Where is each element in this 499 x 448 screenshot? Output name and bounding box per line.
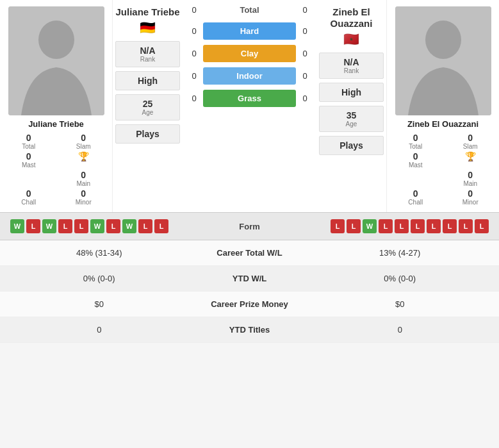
right-age-box: 35 Age: [319, 106, 384, 132]
left-form-badge-l: L: [74, 219, 88, 233]
right-flag: 🇲🇦: [319, 31, 384, 47]
right-name-flag: Zineb El Ouazzani 🇲🇦: [319, 6, 384, 47]
stats-center-label-0: Career Total W/L: [186, 248, 314, 258]
left-player-stats: 0 Total 0 Slam 0 Mast 🏆 0: [5, 133, 107, 206]
left-form-badge-w: W: [122, 219, 136, 233]
hard-left-score: 0: [185, 26, 203, 36]
right-form-badge-l: L: [411, 219, 425, 233]
center-courts-column: 0 Total 0 0 Hard 0 0 Clay 0 0 Indoor 0: [183, 0, 316, 212]
form-section: WLWLLWLWLL Form LLWLLLLLLL: [0, 212, 499, 240]
right-form-badge-l: L: [427, 219, 441, 233]
stats-row-2: $0Career Prize Money$0: [0, 292, 499, 317]
mid-right-stats: Zineb El Ouazzani 🇲🇦 N/A Rank High 35 Ag…: [316, 0, 387, 212]
left-stat-main-empty: [5, 170, 53, 187]
left-name-header: Juliane Triebe: [115, 6, 179, 18]
right-form-badge-w: W: [363, 219, 377, 233]
indoor-left-score: 0: [185, 71, 203, 81]
stats-center-label-2: Career Prize Money: [186, 299, 314, 309]
stats-left-val-1: 0% (0-0): [13, 274, 186, 283]
right-form-badge-l: L: [331, 219, 345, 233]
grass-row: 0 Grass 0: [185, 90, 314, 107]
clay-right-score: 0: [296, 49, 314, 58]
clay-left-score: 0: [185, 49, 203, 58]
right-trophy-icon-cell: 🏆: [447, 151, 495, 169]
left-player-photo: [8, 6, 104, 115]
right-form-badges: LLWLLLLLLL: [331, 219, 489, 233]
svg-point-3: [425, 21, 461, 59]
left-form-badges: WLWLLWLWLL: [10, 219, 168, 233]
left-name-flag: Juliane Triebe 🇩🇪: [115, 6, 179, 35]
clay-row: 0 Clay 0: [185, 45, 314, 62]
stats-row-3: 0YTD Titles0: [0, 317, 499, 343]
stats-center-label-1: YTD W/L: [186, 274, 314, 283]
hard-button[interactable]: Hard: [203, 22, 296, 40]
total-right-score: 0: [296, 5, 314, 15]
right-form-badge-l: L: [475, 219, 489, 233]
indoor-right-score: 0: [296, 71, 314, 81]
right-stat-minor: 0 Minor: [447, 188, 495, 206]
right-form-badge-l: L: [443, 219, 457, 233]
left-stat-minor: 0 Minor: [60, 188, 108, 206]
left-stat-mast: 0 Mast: [5, 151, 53, 169]
left-form-badge-l: L: [26, 219, 40, 233]
left-flag: 🇩🇪: [115, 20, 179, 35]
stats-row-0: 48% (31-34)Career Total W/L13% (4-27): [0, 240, 499, 266]
total-label: Total: [203, 5, 296, 15]
left-stat-slam: 0 Slam: [60, 133, 108, 150]
right-stat-chall: 0 Chall: [392, 188, 439, 206]
right-stat-slam: 0 Slam: [447, 133, 495, 150]
left-player-column: Juliane Triebe 0 Total 0 Slam 0 Mast 🏆: [0, 0, 112, 212]
indoor-row: 0 Indoor 0: [185, 67, 314, 85]
stats-right-val-1: 0% (0-0): [314, 274, 487, 283]
stats-row-1: 0% (0-0)YTD W/L0% (0-0): [0, 266, 499, 292]
left-form-badge-l: L: [138, 219, 152, 233]
left-form-badge-l: L: [154, 219, 168, 233]
right-trophy-icon: 🏆: [465, 151, 476, 162]
main-container: Juliane Triebe 0 Total 0 Slam 0 Mast 🏆: [0, 0, 499, 343]
right-high-box: High: [319, 83, 384, 102]
left-high-box: High: [115, 71, 180, 90]
right-stat-main: 0 Main: [447, 170, 495, 187]
clay-button[interactable]: Clay: [203, 45, 296, 62]
top-grid: Juliane Triebe 0 Total 0 Slam 0 Mast 🏆: [0, 0, 499, 212]
stats-left-val-2: $0: [13, 299, 186, 309]
left-trophy-icon-cell: 🏆: [60, 151, 108, 169]
left-form-badge-w: W: [42, 219, 56, 233]
left-player-name: Juliane Triebe: [28, 119, 84, 129]
right-form-badge-l: L: [459, 219, 473, 233]
left-stat-main: 0 Main: [60, 170, 108, 187]
form-label: Form: [239, 222, 260, 231]
grass-right-score: 0: [296, 94, 314, 103]
total-row: 0 Total 0: [185, 5, 314, 15]
stats-right-val-0: 13% (4-27): [314, 248, 487, 258]
left-rank-box: N/A Rank: [115, 41, 180, 67]
right-rank-box: N/A Rank: [319, 53, 384, 79]
right-form-badge-l: L: [379, 219, 393, 233]
left-plays-box: Plays: [115, 124, 180, 144]
right-stat-mast: 0 Mast: [392, 151, 439, 169]
total-left-score: 0: [185, 5, 203, 15]
right-form-badge-l: L: [347, 219, 361, 233]
hard-right-score: 0: [296, 26, 314, 36]
stats-center-label-3: YTD Titles: [186, 325, 314, 335]
right-player-photo: [395, 6, 491, 115]
mid-left-stats: Juliane Triebe 🇩🇪 N/A Rank High 25 Age P…: [112, 0, 183, 212]
indoor-button[interactable]: Indoor: [203, 67, 296, 85]
hard-row: 0 Hard 0: [185, 22, 314, 40]
stats-left-val-3: 0: [13, 325, 186, 335]
grass-button[interactable]: Grass: [203, 90, 296, 107]
left-form-badge-w: W: [90, 219, 104, 233]
left-stat-total: 0 Total: [5, 133, 53, 150]
left-trophy-icon: 🏆: [78, 151, 89, 162]
right-player-name: Zineb El Ouazzani: [407, 119, 479, 129]
right-form-badge-l: L: [395, 219, 409, 233]
career-stats-table: 48% (31-34)Career Total W/L13% (4-27)0% …: [0, 240, 499, 343]
left-stat-chall: 0 Chall: [5, 188, 53, 206]
right-name-header: Zineb El Ouazzani: [319, 6, 384, 29]
stats-right-val-3: 0: [314, 325, 487, 335]
grass-left-score: 0: [185, 94, 203, 103]
right-player-column: Zineb El Ouazzani 0 Total 0 Slam 0 Mast …: [387, 0, 499, 212]
right-player-stats: 0 Total 0 Slam 0 Mast 🏆 0: [392, 133, 494, 206]
right-stat-main-empty: [392, 170, 439, 187]
left-age-box: 25 Age: [115, 94, 180, 120]
